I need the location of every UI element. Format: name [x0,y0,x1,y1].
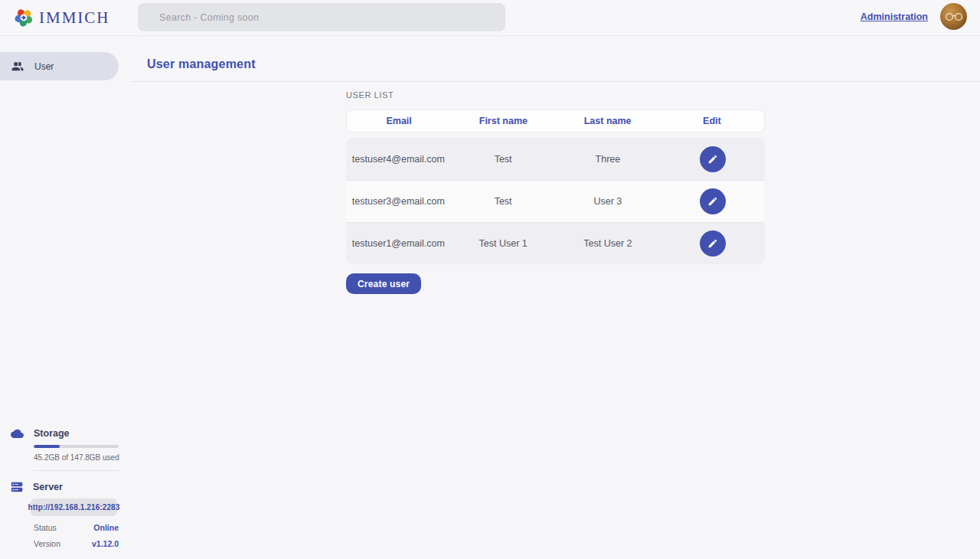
cell-edit [660,146,765,172]
version-value: v1.12.0 [92,539,119,548]
server-url-badge: http://192.168.1.216:2283 [31,499,117,516]
cell-last-name: User 3 [556,196,661,207]
cell-email: testuser3@email.com [346,196,451,207]
storage-usage-text: 45.2GB of 147.8GB used [34,453,131,462]
cell-last-name: Three [556,154,661,165]
cell-email: testuser4@email.com [346,154,451,165]
user-avatar[interactable] [940,3,967,30]
header-first-name: First name [451,116,555,126]
table-row: testuser4@email.com Test Three [346,138,765,180]
brand-title: IMMICH [39,8,110,28]
status-value: Online [93,523,119,532]
server-icon [11,482,23,492]
table-row: testuser3@email.com Test User 3 [346,180,765,222]
edit-user-button[interactable] [700,230,726,257]
sidebar-item-user[interactable]: User [0,52,119,80]
cell-first-name: Test User 1 [451,238,556,249]
storage-header: Storage [0,428,131,439]
cell-last-name: Test User 2 [556,238,661,249]
cell-edit [660,230,765,257]
table-row: testuser1@email.com Test User 1 Test Use… [346,222,765,264]
server-header: Server [0,482,131,492]
server-title: Server [33,482,63,492]
users-icon [11,60,24,74]
storage-progress-fill [34,445,60,448]
pencil-icon [707,196,718,207]
cell-email: testuser1@email.com [346,238,451,249]
immich-flower-icon [14,8,34,28]
edit-user-button[interactable] [700,188,726,214]
storage-progress-bar [34,445,119,448]
storage-title: Storage [34,428,70,439]
server-version-row: Version v1.12.0 [34,539,119,548]
sidebar: User Storage 45.2GB of 147.8GB used [0,36,131,559]
cell-first-name: Test [451,154,556,165]
top-navbar: IMMICH Administration [0,0,980,36]
status-label: Status [34,523,57,532]
main-panel: User management USER LIST Email First na… [131,36,980,559]
section-label: USER LIST [346,90,765,100]
user-list-section: USER LIST Email First name Last name Edi… [346,90,765,294]
title-divider [131,81,980,82]
edit-user-button[interactable] [700,146,726,172]
header-edit: Edit [660,116,764,126]
version-label: Version [34,539,60,548]
table-body: testuser4@email.com Test Three testuser3… [346,138,765,264]
server-status-row: Status Online [34,523,119,532]
immich-logo[interactable]: IMMICH [14,5,110,31]
administration-link[interactable]: Administration [861,11,928,22]
glasses-icon [945,12,963,21]
cell-first-name: Test [451,196,556,207]
sidebar-item-label: User [34,61,54,72]
footer-divider [34,470,119,471]
header-last-name: Last name [556,116,660,126]
page-title: User management [147,57,256,71]
pencil-icon [707,238,718,249]
table-header: Email First name Last name Edit [346,110,765,132]
sidebar-footer: Storage 45.2GB of 147.8GB used Server ht… [0,428,131,559]
cell-edit [660,188,765,214]
header-email: Email [347,116,451,126]
create-user-button[interactable]: Create user [346,273,421,294]
search-input[interactable] [138,3,505,31]
pencil-icon [707,154,718,165]
cloud-icon [11,429,24,438]
